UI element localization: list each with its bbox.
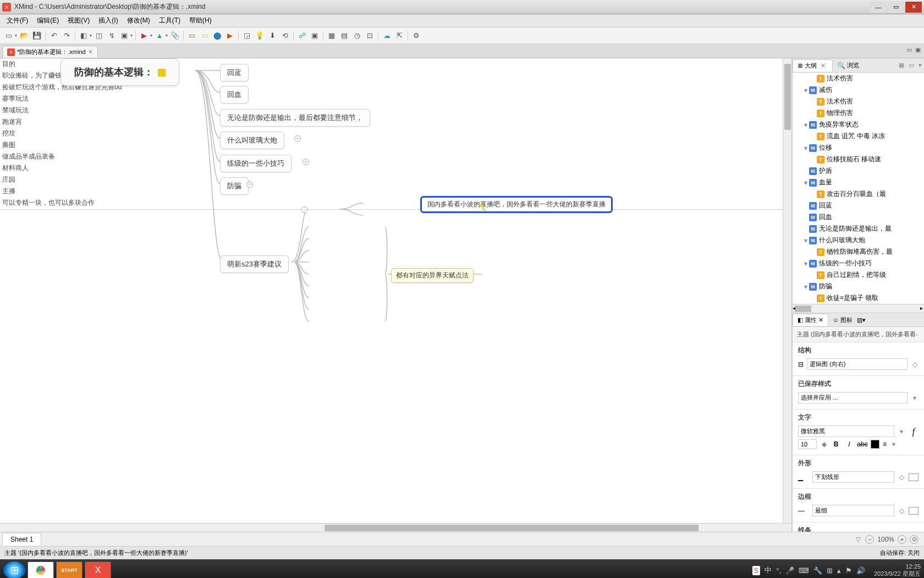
tab-outline[interactable]: ≣大纲✕ <box>793 59 833 72</box>
brainstorm-icon[interactable]: ◲ <box>241 30 252 41</box>
save-icon[interactable]: 💾 <box>31 30 42 41</box>
menu-edit[interactable]: 编辑(E) <box>32 15 63 26</box>
stepper-icon[interactable]: ◆ <box>820 440 828 448</box>
tray-expand-icon[interactable]: ▴ <box>837 566 841 575</box>
toggle-icon[interactable]: ▾ <box>802 179 809 187</box>
search-icon[interactable]: ⊡ <box>364 30 375 41</box>
tray-keyboard-icon[interactable]: ⌨ <box>799 566 809 575</box>
taskbar-clock[interactable]: 12:252023/9/22 星期五 <box>870 563 921 577</box>
horizontal-scrollbar[interactable] <box>0 523 791 532</box>
hyperlink-icon[interactable]: ⬤ <box>212 30 223 41</box>
topic-icon[interactable]: ◧ <box>78 30 89 41</box>
root-topic[interactable]: 防御的基本逻辑： <box>61 58 179 86</box>
menu-modify[interactable]: 修改(M) <box>123 15 155 26</box>
outline-row[interactable]: T法术伤害 <box>793 96 924 107</box>
toggle-icon[interactable]: ▾ <box>802 86 809 94</box>
drill-icon[interactable]: ⬇ <box>267 30 278 41</box>
outline-scrollbar[interactable]: ◂▸ <box>793 304 924 313</box>
tray-flag-icon[interactable]: ⚑ <box>845 566 852 575</box>
maximize-button[interactable]: ▭ <box>888 2 904 13</box>
toggle-icon[interactable]: ▾ <box>802 237 809 244</box>
node-huixue[interactable]: 回血 <box>220 86 249 103</box>
strike-button[interactable]: abc <box>857 439 867 449</box>
image-icon[interactable]: ▲ <box>154 30 165 41</box>
list-item[interactable]: 挖坟 <box>0 128 791 139</box>
menu-file[interactable]: 文件(F) <box>2 15 32 26</box>
outline-row[interactable]: M护盾 <box>793 165 924 177</box>
list-item[interactable]: 庄园 <box>0 174 791 186</box>
outline-row[interactable]: T自己过剧情，把等级 <box>793 269 924 281</box>
start-button[interactable]: ⊞ <box>3 561 25 578</box>
font-italic-icon[interactable]: f <box>909 427 919 437</box>
outline-row[interactable]: M回血 <box>793 211 924 223</box>
list-item[interactable]: 跑迷宫 <box>0 116 791 128</box>
panel-btn-icon[interactable]: ▭ <box>906 62 916 69</box>
tray-punct-icon[interactable]: °, <box>776 566 781 575</box>
menu-tools[interactable]: 工具(T) <box>155 15 185 26</box>
outline-row[interactable]: ▾M练级的一些小技巧 <box>793 258 924 269</box>
outline-row[interactable]: M无论是防御还是输出，最 <box>793 223 924 235</box>
attach-icon[interactable]: 📎 <box>169 30 180 41</box>
tab-pin-icon[interactable]: ✕ <box>818 62 828 69</box>
bold-button[interactable]: B <box>831 439 841 449</box>
filter-icon[interactable]: ▽ <box>851 536 865 543</box>
tray-volume-icon[interactable]: 🔊 <box>856 566 865 575</box>
panel-btn-icon[interactable]: ▦ <box>897 62 906 69</box>
task-icon[interactable]: ▤ <box>339 30 350 41</box>
shape-color-swatch[interactable] <box>909 473 919 481</box>
presentation-icon[interactable]: ▣ <box>309 30 320 41</box>
toggle-icon[interactable]: ▾ <box>802 144 809 152</box>
outline-row[interactable]: T位移技能石 移动速 <box>793 154 924 165</box>
tab-max-icon[interactable]: ▣ <box>915 46 921 53</box>
menu-view[interactable]: 视图(V) <box>63 15 94 26</box>
zoom-level[interactable]: 100% <box>877 536 894 543</box>
toggle-icon[interactable]: ▾ <box>802 121 809 129</box>
gantt-icon[interactable]: ⟲ <box>279 30 290 41</box>
tab-icons[interactable]: ☺图标 <box>828 314 857 326</box>
mindmap-canvas[interactable]: 防御的基本逻辑： 回蓝 回血 无论是防御还是输出，最后都要注意细节， 什么叫玻璃… <box>0 58 792 532</box>
italic-button[interactable]: I <box>844 439 854 449</box>
align-icon[interactable]: ≡ <box>883 440 887 448</box>
label-icon[interactable]: ▭ <box>186 30 197 41</box>
minimize-button[interactable]: — <box>870 2 887 13</box>
close-button[interactable]: ✕ <box>905 2 922 13</box>
node-adv[interactable]: 萌新s23赛季建议 <box>220 255 289 273</box>
expand-icon[interactable]: + <box>246 181 253 188</box>
toggle-icon[interactable]: ▾ <box>802 260 809 268</box>
font-select[interactable]: 微软雅黑 <box>798 426 894 437</box>
outline-tree[interactable]: T法术伤害▾M减伤T法术伤害T物理伤害▾M免疫异常状态T流血 诅咒 中毒 冰冻▾… <box>793 73 924 304</box>
tray-ime-icon[interactable]: 中 <box>765 565 772 575</box>
taskbar-chrome[interactable] <box>28 561 54 578</box>
outline-row[interactable]: T收徒=是骗子 领取 <box>793 292 924 304</box>
list-item[interactable]: 材料商人 <box>0 162 791 174</box>
dropdown-icon[interactable]: ◇ <box>911 361 919 368</box>
note-icon[interactable] <box>158 69 166 77</box>
outline-row[interactable]: ▾M位移 <box>793 142 924 154</box>
toggle-icon[interactable]: ▾ <box>802 283 809 291</box>
list-item[interactable]: 做成品半成品装备 <box>0 151 791 162</box>
taskbar-start-app[interactable]: START <box>56 561 82 578</box>
sheet-tab[interactable]: Sheet 1 <box>2 533 41 546</box>
tab-min-icon[interactable]: ▭ <box>906 46 912 53</box>
node-selected[interactable]: 国内多看看小波的直播吧，国外多看看一些大佬的新赛季直播 <box>420 196 613 213</box>
list-item[interactable]: 禁域玩法 <box>0 105 791 116</box>
expand-icon[interactable]: + <box>294 135 301 142</box>
outline-row[interactable]: T攻击百分百吸血（最 <box>793 188 924 200</box>
border-select[interactable]: 最细 <box>812 505 894 516</box>
relation-icon[interactable]: ↯ <box>106 30 117 41</box>
redo-icon[interactable]: ↷ <box>61 30 72 41</box>
list-item[interactable]: 撕图 <box>0 139 791 151</box>
audio-icon[interactable]: ▶ <box>224 30 235 41</box>
outline-row[interactable]: ▾M免疫异常状态 <box>793 119 924 130</box>
note-icon[interactable]: ▭ <box>199 30 210 41</box>
outline-row[interactable]: M回蓝 <box>793 200 924 211</box>
menu-help[interactable]: 帮助(H) <box>185 15 216 26</box>
settings-icon[interactable]: ⚙ <box>411 30 422 41</box>
font-size-input[interactable]: 10 <box>798 439 817 449</box>
border-color-swatch[interactable] <box>909 507 919 515</box>
outline-row[interactable]: ▾M什么叫玻璃大炮 <box>793 235 924 246</box>
document-tab[interactable]: X *防御的基本逻辑：.xmind ✕ <box>2 46 98 58</box>
panel-menu-icon[interactable]: ▾ <box>862 317 866 324</box>
undo-icon[interactable]: ↶ <box>48 30 59 41</box>
collapse-icon[interactable]: − <box>301 206 308 213</box>
